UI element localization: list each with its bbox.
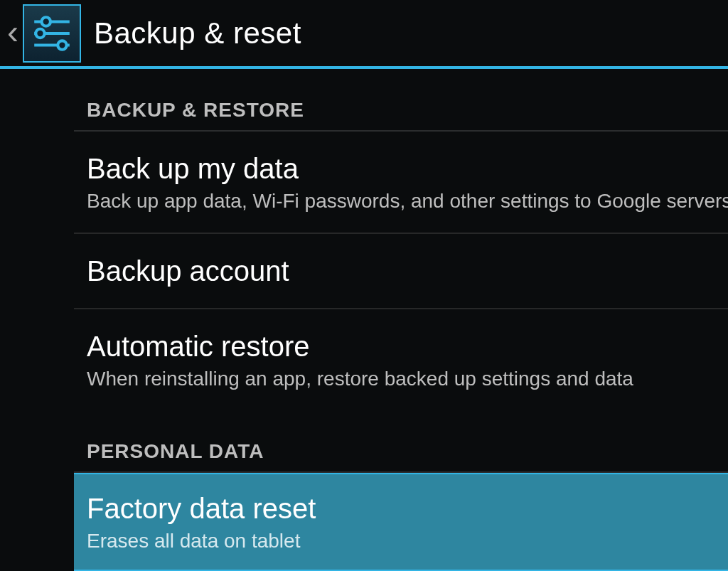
svg-point-1 [42, 17, 50, 26]
item-title: Back up my data [87, 151, 728, 186]
item-backup-my-data[interactable]: Back up my data Back up app data, Wi-Fi … [74, 132, 728, 234]
svg-point-3 [36, 28, 44, 37]
item-subtitle: Erases all data on tablet [87, 530, 728, 553]
item-backup-account[interactable]: Backup account [74, 234, 728, 309]
item-subtitle: Back up app data, Wi-Fi passwords, and o… [87, 190, 728, 213]
item-title: Factory data reset [87, 491, 728, 525]
sliders-icon[interactable] [23, 4, 81, 63]
item-subtitle: When reinstalling an app, restore backed… [87, 368, 728, 390]
svg-point-5 [58, 41, 66, 49]
section-header-personal-data: PERSONAL DATA [74, 410, 728, 473]
item-automatic-restore[interactable]: Automatic restore When reinstalling an a… [74, 309, 728, 410]
section-header-backup-restore: BACKUP & RESTORE [74, 69, 728, 132]
settings-list: BACKUP & RESTORE Back up my data Back up… [0, 69, 728, 571]
app-header: ‹ Backup & reset [0, 0, 728, 69]
item-title: Backup account [87, 254, 728, 288]
item-factory-data-reset[interactable]: Factory data reset Erases all data on ta… [74, 473, 728, 571]
item-title: Automatic restore [87, 329, 728, 363]
page-title: Backup & reset [94, 16, 301, 50]
back-icon[interactable]: ‹ [7, 15, 18, 49]
